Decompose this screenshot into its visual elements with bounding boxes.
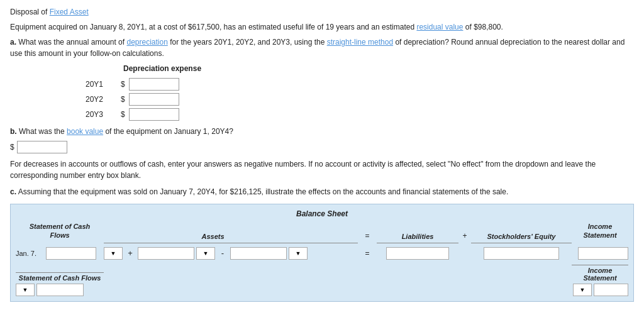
book-value-dollar: $ xyxy=(10,143,14,152)
dep-year-3: 20Y3 xyxy=(86,110,117,119)
footer-income-dropdown[interactable]: ▼ xyxy=(573,284,592,296)
dep-input-20y1[interactable] xyxy=(129,78,179,91)
dep-dollar-3: $ xyxy=(121,110,125,119)
header-liabilities: Liabilities xyxy=(377,233,458,240)
footer-income-stmt-label: Income Statement xyxy=(572,267,628,282)
header-stmt-cash: Statement of CashFlows xyxy=(16,222,104,240)
header-assets: Assets xyxy=(133,233,293,240)
footer-income-input[interactable] xyxy=(594,284,628,296)
question-c-text: c. Assuming that the equipment was sold … xyxy=(10,186,634,197)
residual-value-link: residual value xyxy=(416,23,463,31)
instructions-text: For decreases in accounts or outflows of… xyxy=(10,158,634,181)
header-plus: + xyxy=(458,231,471,240)
income-stmt-input[interactable] xyxy=(578,247,628,260)
dep-row-20y2: 20Y2 $ xyxy=(86,93,634,106)
liabilities-input[interactable] xyxy=(386,247,449,260)
asset-operator-minus: - xyxy=(217,248,228,258)
dep-dollar-2: $ xyxy=(121,95,125,104)
balance-sheet-container: Balance Sheet Statement of CashFlows Ass… xyxy=(10,204,634,302)
jan7-row: Jan. 7. ▼ + ▼ - ▼ = xyxy=(16,246,628,261)
jan7-cash-flow-input[interactable] xyxy=(46,247,96,260)
question-b-text: b. What was the book value of the equipm… xyxy=(10,126,634,137)
bs-column-headers: Statement of CashFlows Assets = Liabilit… xyxy=(16,222,628,240)
book-value-link: book value xyxy=(67,127,103,136)
dep-row-20y3: 20Y3 $ xyxy=(86,108,634,121)
intro-paragraph: Equipment acquired on January 8, 20Y1, a… xyxy=(10,21,634,33)
question-a: a. What was the annual amount of depreci… xyxy=(10,36,634,59)
footer-stmt-cash-label: Statement of Cash Flows xyxy=(16,274,104,282)
equity-input[interactable] xyxy=(484,247,559,260)
straight-line-link: straight-line method xyxy=(327,38,393,47)
header-equity: Stockholders' Equity xyxy=(471,233,572,240)
header-income-stmt: IncomeStatement xyxy=(572,222,628,240)
asset-dropdown-2[interactable]: ▼ xyxy=(196,247,215,260)
footer-cash-dropdown[interactable]: ▼ xyxy=(16,284,35,296)
dep-year-2: 20Y2 xyxy=(86,95,117,104)
asset-operator-plus: + xyxy=(125,248,136,258)
disposal-prefix: Disposal of xyxy=(10,8,50,16)
dep-row-20y1: 20Y1 $ xyxy=(86,78,634,91)
dep-year-1: 20Y1 xyxy=(86,80,117,89)
footer-cash-input[interactable] xyxy=(36,284,84,296)
dep-input-20y3[interactable] xyxy=(129,108,179,121)
dep-dollar-1: $ xyxy=(121,80,125,89)
depreciation-link: depreciation xyxy=(126,38,167,47)
header-eq: = xyxy=(358,231,377,240)
dep-input-20y2[interactable] xyxy=(129,93,179,106)
disposal-link: Fixed Asset xyxy=(50,8,89,16)
book-value-input[interactable] xyxy=(17,141,67,153)
depreciation-header: Depreciation expense xyxy=(123,64,634,73)
asset-dropdown-3[interactable]: ▼ xyxy=(289,247,308,260)
asset-input-1[interactable] xyxy=(138,247,194,260)
bs-footer: Statement of Cash Flows ▼ Income Stateme… xyxy=(16,265,628,296)
eq-sign: = xyxy=(358,249,377,258)
balance-sheet-title: Balance Sheet xyxy=(16,209,628,218)
asset-input-2[interactable] xyxy=(230,247,287,260)
jan7-label: Jan. 7. xyxy=(16,250,44,257)
asset-dropdown-1[interactable]: ▼ xyxy=(104,247,123,260)
